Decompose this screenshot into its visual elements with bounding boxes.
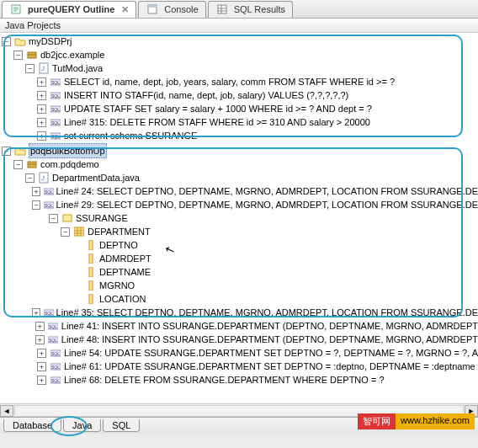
tree-sql-statement[interactable]: +SQLUPDATE STAFF SET salary = salary + 1… bbox=[2, 102, 478, 115]
outline-icon bbox=[9, 3, 23, 16]
watermark: 智可网 www.hzhike.com bbox=[358, 413, 475, 429]
expand-icon[interactable]: + bbox=[32, 187, 40, 196]
svg-rect-26 bbox=[89, 240, 93, 250]
svg-text:SQL: SQL bbox=[51, 378, 60, 383]
svg-text:SQL: SQL bbox=[45, 311, 53, 316]
outline-tree[interactable]: − myDSDPrj − db2jcc.example − J TutMod.j… bbox=[0, 33, 478, 403]
tree-column[interactable]: LOCATION bbox=[2, 292, 478, 306]
tree-table[interactable]: − DEPARTMENT bbox=[2, 225, 478, 238]
sql-label: Line# 24: SELECT DEPTNO, DEPTNAME, MGRNO… bbox=[56, 184, 478, 198]
svg-text:SQL: SQL bbox=[51, 107, 60, 112]
sql-statement-icon: SQL bbox=[49, 88, 62, 102]
collapse-icon[interactable]: − bbox=[25, 173, 35, 183]
expand-icon[interactable]: + bbox=[37, 349, 46, 358]
sql-results-icon bbox=[215, 3, 229, 16]
tree-sql-statement[interactable]: +SQLINSERT INTO STAFF(id, name, dept, jo… bbox=[2, 88, 478, 102]
svg-text:J: J bbox=[41, 174, 45, 182]
tree-sql-statement[interactable]: − SQL Line# 29: SELECT DEPTNO, DEPTNAME,… bbox=[2, 198, 478, 211]
collapse-icon[interactable]: − bbox=[25, 64, 35, 73]
collapse-icon[interactable]: − bbox=[32, 200, 40, 210]
sql-label: Line# 315: DELETE FROM STAFF WHERE id >=… bbox=[64, 115, 370, 129]
tree-sql-statement[interactable]: +SQLLine# 48: INSERT INTO SSURANGE.DEPAR… bbox=[2, 333, 478, 346]
tree-sql-statement[interactable]: + SQL Line# 24: SELECT DEPTNO, DEPTNAME,… bbox=[2, 184, 478, 198]
close-icon[interactable]: ✕ bbox=[121, 4, 129, 15]
svg-text:SQL: SQL bbox=[51, 351, 60, 356]
sql-label: Line# 29: SELECT DEPTNO, DEPTNAME, MGRNO… bbox=[56, 198, 478, 211]
package-label: com.pdqdemo bbox=[40, 157, 99, 171]
svg-rect-24 bbox=[63, 215, 72, 221]
sql-label: UPDATE STAFF SET salary = salary + 1000 … bbox=[64, 102, 372, 115]
svg-rect-30 bbox=[89, 294, 93, 304]
tab-purequery-outline[interactable]: pureQUERY Outline ✕ bbox=[2, 1, 136, 18]
tree-java-file[interactable]: − J DepartmentData.java bbox=[2, 171, 478, 184]
tree-sql-statement[interactable]: +SQLset current schema SSURANGE bbox=[2, 129, 478, 142]
svg-text:SQL: SQL bbox=[49, 324, 57, 329]
expand-icon[interactable]: + bbox=[37, 376, 46, 385]
collapse-icon[interactable]: − bbox=[2, 37, 11, 46]
tree-package[interactable]: − com.pdqdemo bbox=[2, 157, 478, 171]
collapse-icon[interactable]: − bbox=[2, 147, 11, 156]
tree-column[interactable]: DEPTNAME bbox=[2, 265, 478, 279]
tree-sql-statement[interactable]: +SQLLine# 35: SELECT DEPTNO, DEPTNAME, M… bbox=[2, 306, 478, 319]
svg-rect-29 bbox=[89, 280, 93, 291]
expand-icon[interactable]: + bbox=[35, 322, 45, 331]
tab-label: Console bbox=[164, 4, 198, 14]
tab-console[interactable]: Console bbox=[138, 1, 205, 18]
svg-text:SQL: SQL bbox=[45, 189, 53, 195]
bottom-tab-sql[interactable]: SQL bbox=[103, 419, 140, 432]
sql-label: SELECT id, name, dept, job, years, salar… bbox=[64, 75, 395, 88]
tree-column[interactable]: ADMRDEPT bbox=[2, 252, 478, 265]
package-icon bbox=[25, 48, 39, 61]
sql-label: Line# 41: INSERT INTO SSURANGE.DEPARTMEN… bbox=[61, 319, 478, 333]
tree-sql-statement[interactable]: +SQLLine# 68: DELETE FROM SSURANGE.DEPAR… bbox=[2, 373, 478, 387]
tree-project[interactable]: − pdqBulkBottomUp bbox=[2, 144, 478, 157]
table-label: DEPARTMENT bbox=[88, 225, 151, 238]
tab-sql-results[interactable]: SQL Results bbox=[208, 1, 293, 18]
expand-icon[interactable]: + bbox=[37, 362, 46, 371]
svg-rect-28 bbox=[89, 267, 93, 277]
column-icon bbox=[84, 252, 98, 265]
svg-rect-27 bbox=[89, 253, 93, 264]
tree-sql-statement[interactable]: +SQLLine# 54: UPDATE SSURANGE.DEPARTMENT… bbox=[2, 346, 478, 360]
project-icon bbox=[13, 144, 27, 157]
tree-sql-statement[interactable]: +SQLSELECT id, name, dept, job, years, s… bbox=[2, 75, 478, 88]
scroll-left-icon[interactable]: ◄ bbox=[0, 405, 13, 417]
expand-icon[interactable]: + bbox=[35, 335, 45, 344]
tree-package[interactable]: − db2jcc.example bbox=[2, 48, 478, 61]
bottom-tab-java[interactable]: Java bbox=[63, 419, 101, 432]
collapse-icon[interactable]: − bbox=[13, 51, 23, 60]
tree-schema[interactable]: − SSURANGE bbox=[2, 211, 478, 225]
column-icon bbox=[84, 238, 98, 252]
sql-statement-icon: SQL bbox=[49, 75, 62, 88]
tree-project[interactable]: − myDSDPrj bbox=[2, 35, 478, 48]
expand-icon[interactable]: + bbox=[37, 104, 46, 114]
tree-column[interactable]: DEPTNO bbox=[2, 238, 478, 252]
expand-icon[interactable]: + bbox=[37, 77, 46, 87]
collapse-icon[interactable]: − bbox=[61, 227, 70, 237]
svg-text:SQL: SQL bbox=[51, 134, 60, 139]
sql-statement-icon: SQL bbox=[49, 373, 62, 387]
expand-icon[interactable]: + bbox=[37, 118, 46, 127]
expand-icon[interactable]: + bbox=[37, 131, 46, 141]
bottom-tab-database[interactable]: Database bbox=[3, 419, 61, 432]
sql-label: Line# 54: UPDATE SSURANGE.DEPARTMENT SET… bbox=[64, 346, 478, 360]
expand-icon[interactable]: + bbox=[32, 308, 40, 317]
collapse-icon[interactable]: − bbox=[49, 214, 58, 223]
tree-column[interactable]: MGRNO bbox=[2, 279, 478, 292]
tab-label: pureQUERY Outline bbox=[28, 4, 114, 14]
package-icon bbox=[25, 157, 39, 171]
collapse-icon[interactable]: − bbox=[13, 160, 23, 169]
svg-rect-25 bbox=[74, 227, 84, 236]
sql-label: Line# 35: SELECT DEPTNO, DEPTNAME, MGRNO… bbox=[56, 306, 478, 319]
sql-statement-icon: SQL bbox=[47, 319, 60, 333]
tree-sql-statement[interactable]: +SQLLine# 315: DELETE FROM STAFF WHERE i… bbox=[2, 115, 478, 129]
sql-statement-icon: SQL bbox=[49, 102, 62, 115]
section-header-java-projects: Java Projects bbox=[0, 19, 478, 33]
tree-sql-statement[interactable]: +SQLLine# 41: INSERT INTO SSURANGE.DEPAR… bbox=[2, 319, 478, 333]
tree-java-file[interactable]: − J TutMod.java bbox=[2, 61, 478, 75]
sql-statement-icon: SQL bbox=[43, 184, 55, 198]
tree-sql-statement[interactable]: +SQLLine# 61: UPDATE SSURANGE.DEPARTMENT… bbox=[2, 360, 478, 373]
expand-icon[interactable]: + bbox=[37, 91, 46, 100]
schema-label: SSURANGE bbox=[76, 211, 128, 225]
svg-text:SQL: SQL bbox=[49, 338, 57, 343]
